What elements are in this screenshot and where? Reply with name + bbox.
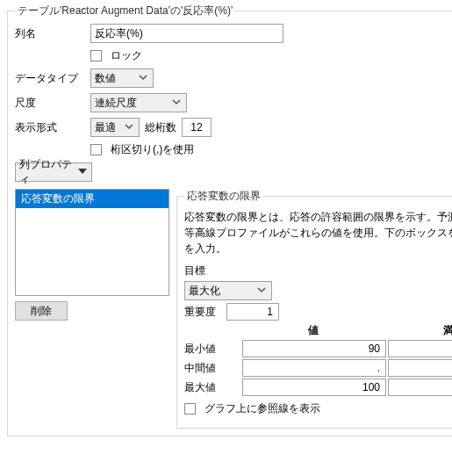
mid-value-input[interactable] (242, 359, 386, 377)
limits-value-table: 値 満足度 最小値 中間値 (184, 323, 452, 396)
list-item-label: 応答変数の限界 (21, 192, 95, 205)
chevron-down-icon (255, 285, 268, 297)
col-name-input[interactable] (90, 24, 283, 43)
scale-value: 連続尺度 (95, 96, 137, 111)
row-format: 表示形式 最適 総桁数 (15, 118, 452, 137)
row-datatype: データタイプ 数値 (15, 69, 452, 88)
label-scale: 尺度 (15, 96, 85, 111)
header-satisfaction: 満足度 (386, 323, 452, 338)
label-thousands-sep: 桁区切り(,)を使用 (111, 142, 194, 157)
list-item[interactable]: 応答変数の限界 (16, 190, 169, 208)
label-target: 目標 (184, 263, 452, 278)
format-value: 最適 (95, 120, 116, 135)
label-importance: 重要度 (184, 305, 221, 320)
lower-split: 応答変数の限界 削除 応答変数の限界 応答変数の限界とは、応答の許容範囲の限界を… (15, 189, 452, 429)
min-value-input[interactable] (242, 340, 386, 357)
max-row: 最大値 (184, 379, 452, 396)
group-legend: テーブル'Reactor Augment Data'の'反応率(%)' (15, 4, 235, 18)
column-properties-label: 列プロパティ (19, 157, 74, 187)
column-properties-select[interactable]: 列プロパティ (15, 162, 92, 182)
header-value: 値 (240, 323, 386, 338)
datatype-select[interactable]: 数値 (90, 69, 154, 88)
lock-checkbox[interactable] (90, 50, 102, 61)
max-sat-input[interactable] (388, 379, 452, 396)
properties-left: 応答変数の限界 削除 (15, 189, 169, 429)
row-column-props: 列プロパティ (15, 162, 452, 182)
min-sat-input[interactable] (388, 340, 452, 357)
row-sep: 桁区切り(,)を使用 (15, 142, 452, 157)
label-col-name: 列名 (15, 26, 85, 41)
show-reflines-checkbox[interactable] (184, 403, 196, 415)
label-lock: ロック (111, 48, 142, 63)
total-digits-input[interactable] (182, 118, 212, 137)
min-row: 最小値 (184, 340, 452, 357)
label-total-digits: 総桁数 (145, 120, 176, 135)
label-mid: 中間値 (184, 361, 240, 376)
response-limits-description: 応答変数の限界とは、応答の許容範囲の限界を示す。予測プロファイルと等高線プロファ… (184, 209, 452, 256)
label-show-reflines: グラフ上に参照線を表示 (204, 401, 320, 416)
properties-right: 応答変数の限界 応答変数の限界とは、応答の許容範囲の限界を示す。予測プロファイル… (176, 189, 452, 429)
row-col-name: 列名 (15, 24, 452, 43)
target-value: 最大化 (189, 284, 220, 299)
max-value-input[interactable] (242, 379, 386, 396)
mid-row: 中間値 (184, 359, 452, 377)
chevron-down-icon (170, 97, 183, 109)
scale-select[interactable]: 連続尺度 (90, 93, 187, 112)
label-max: 最大値 (184, 380, 240, 395)
response-limits-legend: 応答変数の限界 (184, 189, 263, 204)
format-select[interactable]: 最適 (90, 118, 140, 137)
delete-button[interactable]: 削除 (15, 301, 68, 321)
mid-sat-input[interactable] (388, 359, 452, 377)
properties-listbox[interactable]: 応答変数の限界 (15, 189, 169, 296)
chevron-down-icon (123, 121, 135, 133)
column-info-group: テーブル'Reactor Augment Data'の'反応率(%)' 列名 ロ… (7, 4, 452, 436)
target-select[interactable]: 最大化 (184, 281, 272, 300)
label-format: 表示形式 (15, 120, 85, 135)
chevron-down-icon (77, 166, 88, 178)
datatype-value: 数値 (95, 71, 116, 86)
label-min: 最小値 (184, 342, 240, 357)
label-datatype: データタイプ (15, 71, 85, 86)
importance-input[interactable] (226, 303, 279, 321)
chevron-down-icon (137, 72, 149, 84)
row-scale: 尺度 連続尺度 (15, 93, 452, 112)
response-limits-group: 応答変数の限界 応答変数の限界とは、応答の許容範囲の限界を示す。予測プロファイル… (176, 189, 452, 429)
thousands-sep-checkbox[interactable] (90, 144, 102, 155)
row-lock: ロック (15, 48, 452, 63)
